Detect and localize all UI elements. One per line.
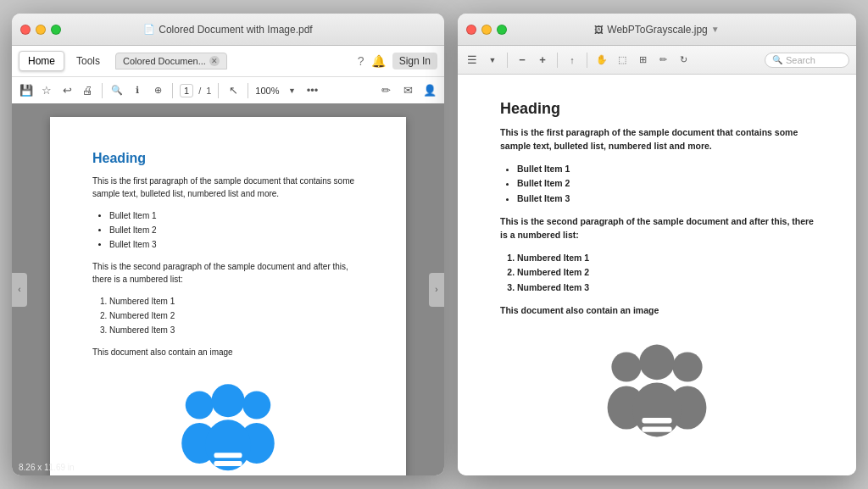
- img-zoom-in-icon[interactable]: +: [535, 53, 550, 68]
- img-pen-icon[interactable]: ✏: [655, 53, 670, 68]
- img-numbered-list: Numbered Item 1 Numbered Item 2 Numbered…: [517, 251, 814, 297]
- svg-rect-14: [642, 418, 671, 423]
- list-item: Bullet Item 3: [517, 192, 814, 207]
- img-content-area[interactable]: Heading This is the first paragraph of t…: [458, 75, 856, 475]
- toolbar-right-actions: ? 🔔 Sign In: [358, 53, 437, 69]
- scroll-right[interactable]: ›: [429, 273, 444, 307]
- svg-point-2: [242, 392, 270, 420]
- img-share-icon[interactable]: ↑: [565, 53, 580, 68]
- notification-icon[interactable]: 🔔: [371, 54, 386, 68]
- img-search-bar[interactable]: 🔍 Search: [765, 53, 849, 68]
- img-toolbar: ☰ ▼ − + ↑ ✋ ⬚ ⊞ ✏ ↻ 🔍 Search: [458, 46, 856, 75]
- image-window: 🖼 WebPToGrayscale.jpg ▼ ☰ ▼ − + ↑ ✋ ⬚ ⊞ …: [458, 14, 856, 475]
- img-rotate-icon[interactable]: ↻: [676, 53, 691, 68]
- svg-point-0: [186, 392, 214, 420]
- more-options-icon[interactable]: •••: [304, 83, 320, 98]
- pdf-icon: 📄: [143, 24, 155, 35]
- img-maximize-button[interactable]: [497, 25, 507, 35]
- img-heading: Heading: [500, 100, 814, 118]
- img-zoom-out-icon[interactable]: −: [515, 53, 530, 68]
- img-people-icon: [589, 335, 725, 457]
- list-item: Bullet Item 1: [517, 162, 814, 177]
- list-item: Bullet Item 2: [109, 223, 364, 237]
- svg-point-4: [212, 384, 245, 417]
- page-size-label: 8.26 x 11.69 in: [19, 463, 75, 472]
- svg-rect-6: [214, 453, 242, 458]
- img-titlebar: 🖼 WebPToGrayscale.jpg ▼: [458, 14, 856, 46]
- bookmark-icon[interactable]: ☆: [39, 83, 54, 98]
- list-item: Numbered Item 2: [517, 265, 814, 281]
- pdf-para3: This document also contain an image: [92, 346, 364, 358]
- list-item: Numbered Item 1: [109, 294, 364, 308]
- separator-3: [218, 83, 219, 98]
- page-separator: /: [198, 86, 201, 96]
- traffic-lights[interactable]: [20, 25, 61, 35]
- pdf-people-icon: [164, 375, 292, 475]
- maximize-button[interactable]: [51, 25, 61, 35]
- zoom-out-icon[interactable]: 🔍: [109, 83, 125, 98]
- share-icon[interactable]: 👤: [422, 83, 437, 98]
- list-item: Bullet Item 2: [517, 176, 814, 192]
- pdf-page: Heading This is the first paragraph of t…: [50, 117, 406, 475]
- close-button[interactable]: [20, 25, 31, 35]
- pdf-para2: This is the second paragraph of the samp…: [92, 260, 364, 286]
- img-dropdown-icon[interactable]: ▼: [711, 25, 720, 34]
- img-move-icon[interactable]: ✋: [594, 53, 609, 68]
- highlight-icon[interactable]: ✏: [378, 83, 393, 98]
- img-close-button[interactable]: [466, 25, 476, 35]
- toolbar-right-extra: ✏ ✉ 👤: [378, 83, 437, 98]
- help-icon[interactable]: ?: [358, 54, 364, 68]
- img-traffic-lights[interactable]: [466, 25, 507, 35]
- img-para3: This document also contain an image: [500, 304, 814, 318]
- pdf-window: 📄 Colored Document with Image.pdf Home T…: [12, 14, 444, 475]
- list-item: Numbered Item 2: [109, 308, 364, 323]
- zoom-in-icon[interactable]: ⊕: [150, 83, 165, 98]
- img-crop-icon[interactable]: ⊞: [635, 53, 650, 68]
- pdf-menu-toolbar: Home Tools Colored Documen... ✕ ? 🔔 Sign…: [12, 46, 444, 76]
- svg-rect-7: [214, 461, 242, 466]
- pdf-numbered-list: Numbered Item 1 Numbered Item 2 Numbered…: [109, 294, 364, 337]
- pdf-titlebar: 📄 Colored Document with Image.pdf: [12, 14, 444, 46]
- svg-rect-15: [642, 426, 671, 431]
- svg-point-12: [639, 344, 675, 380]
- back-icon[interactable]: ↩: [59, 83, 75, 98]
- document-tab[interactable]: Colored Documen... ✕: [115, 53, 227, 69]
- list-item: Numbered Item 3: [109, 323, 364, 337]
- list-item: Bullet Item 3: [109, 237, 364, 252]
- minimize-button[interactable]: [36, 25, 46, 35]
- email-icon[interactable]: ✉: [400, 83, 415, 98]
- img-select-icon[interactable]: ⬚: [615, 53, 630, 68]
- save-icon[interactable]: 💾: [19, 83, 34, 98]
- img-search-placeholder: Search: [786, 55, 815, 65]
- img-sep-1: [507, 53, 508, 68]
- img-minimize-button[interactable]: [481, 25, 492, 35]
- separator-2: [172, 83, 173, 98]
- list-item: Numbered Item 3: [517, 281, 814, 296]
- pdf-image-container: [92, 375, 364, 475]
- pdf-controls-toolbar: 💾 ☆ ↩ 🖨 🔍 ℹ ⊕ 1 / 1 ↖ 100% ▼ ••• ✏ ✉ 👤: [12, 76, 444, 103]
- svg-point-8: [611, 352, 641, 381]
- zoom-level[interactable]: 100%: [255, 86, 279, 96]
- img-dropdown-btn[interactable]: ▼: [485, 53, 500, 68]
- img-sep-2: [557, 53, 558, 68]
- img-image-container: [500, 335, 814, 457]
- print-icon[interactable]: 🖨: [80, 83, 95, 98]
- cursor-icon[interactable]: ↖: [225, 83, 241, 98]
- pdf-content-area[interactable]: ‹ Heading This is the first paragraph of…: [12, 103, 444, 475]
- page-number[interactable]: 1: [180, 84, 193, 97]
- img-bullet-list: Bullet Item 1 Bullet Item 2 Bullet Item …: [517, 162, 814, 208]
- titlebar-title: 📄 Colored Document with Image.pdf: [143, 24, 312, 36]
- img-sep-3: [587, 53, 587, 68]
- home-tab[interactable]: Home: [19, 51, 64, 71]
- img-para2: This is the second paragraph of the samp…: [500, 215, 814, 242]
- sidebar-toggle-icon[interactable]: ☰: [465, 53, 480, 68]
- sign-in-button[interactable]: Sign In: [392, 53, 437, 69]
- tab-close-button[interactable]: ✕: [209, 56, 220, 66]
- img-file-icon: 🖼: [594, 25, 604, 35]
- help-info-icon[interactable]: ℹ: [130, 83, 145, 98]
- list-item: Numbered Item 1: [517, 251, 814, 266]
- svg-point-10: [672, 352, 702, 381]
- tools-tab[interactable]: Tools: [68, 52, 108, 70]
- zoom-dropdown-icon[interactable]: ▼: [284, 83, 299, 98]
- scroll-left[interactable]: ‹: [12, 273, 27, 307]
